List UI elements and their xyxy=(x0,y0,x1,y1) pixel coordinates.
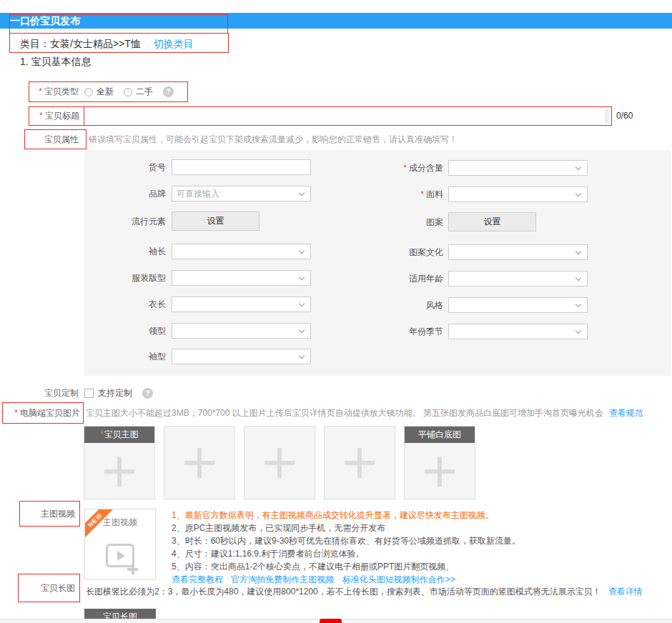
trend-element-set-button[interactable]: 设置 xyxy=(172,211,260,231)
video-tip-1: 1、最新官方数据表明，有主图视频商品成交转化提升显著，建议尽快发布主图视频。 xyxy=(172,509,494,522)
customize-group: 支持定制 ? xyxy=(84,384,153,402)
main-video-upload-box[interactable]: NEW 主图视频 xyxy=(84,509,156,580)
view-details-link[interactable]: 查看详情 xyxy=(608,587,643,597)
brand-select[interactable]: 可直接输入 xyxy=(172,186,311,201)
brand-placeholder: 可直接输入 xyxy=(177,186,219,201)
chevron-down-icon xyxy=(575,275,581,281)
applicable-age-label: 适用年龄 xyxy=(357,271,443,286)
chevron-down-icon xyxy=(299,353,305,359)
collar-type-select[interactable] xyxy=(172,323,311,339)
chevron-down-icon xyxy=(575,164,581,170)
fabric-label: *面料 xyxy=(357,186,443,202)
pattern-label: 图案 xyxy=(357,213,443,232)
pc-images-tip: 宝贝主图大小不能超过3MB；700*700 以上图片上传后宝贝详情页自动提供放大… xyxy=(86,402,643,424)
input-scrollbar xyxy=(606,109,610,124)
chevron-down-icon xyxy=(575,301,581,307)
customize-checkbox[interactable] xyxy=(84,389,94,398)
category-row: 类目：女装/女士精品>>T恤 切换类目 xyxy=(20,36,194,51)
radio-used[interactable] xyxy=(124,88,132,96)
video-tip-5: 5、内容：突出商品1-2个核心卖点，不建议电子相册或PPT图片翻页视频、 xyxy=(172,560,454,573)
plus-icon xyxy=(184,448,214,478)
video-tip-2: 2、原PC主图视频发布，已实现同步手机，无需分开发布 xyxy=(172,522,385,534)
item-title-input[interactable] xyxy=(84,106,612,126)
pattern-culture-select[interactable] xyxy=(448,244,588,260)
item-type-radio-group: 全新 二手 ? xyxy=(84,81,174,102)
year-season-select[interactable] xyxy=(448,324,588,339)
sleeve-length-label: 袖长 xyxy=(84,244,166,259)
white-bg-box-header: 平铺白底图 xyxy=(405,427,475,443)
main-video-label: 主图视频 xyxy=(19,501,80,527)
sleeve-type-select[interactable] xyxy=(172,349,311,364)
switch-category-link[interactable]: 切换类目 xyxy=(154,38,194,49)
item-number-input[interactable] xyxy=(172,159,311,175)
collar-type-label: 领型 xyxy=(84,323,166,339)
section-title: 宝贝基本信息 xyxy=(31,56,92,67)
chevron-down-icon xyxy=(299,190,305,196)
brand-label: 品牌 xyxy=(84,186,166,201)
upload-box-4[interactable] xyxy=(324,426,395,499)
composition-select[interactable] xyxy=(448,160,588,176)
required-mark: * xyxy=(39,86,42,96)
sleeve-type-label: 袖型 xyxy=(84,349,166,364)
plus-icon xyxy=(265,448,295,478)
upload-box-white-bg[interactable]: 平铺白底图 xyxy=(404,426,475,499)
sleeve-length-select[interactable] xyxy=(172,244,311,259)
long-image-label: 宝贝长图 xyxy=(18,574,80,602)
style-label: 风格 xyxy=(357,297,443,313)
attrs-warning-text: 错误填写宝贝属性，可能会引起宝贝下架或搜索流量减少，影响您的正常销售，请认真准确… xyxy=(89,129,458,149)
pc-images-label: *电脑端宝贝图片 xyxy=(2,402,84,424)
item-title-label: *宝贝标题 xyxy=(29,106,84,126)
product-publish-page: 一口价宝贝发布 类目：女装/女士精品>>T恤 切换类目 1. 宝贝基本信息 *宝… xyxy=(0,0,672,623)
video-tip-4: 4、尺寸：建议1:1,16:9,利于消费者前台浏览体验。 xyxy=(172,547,364,560)
attributes-panel: 货号 品牌 可直接输入 流行元素 设置 袖长 服装版型 衣长 领型 袖型 *成分… xyxy=(84,150,671,376)
category-label: 类目： xyxy=(20,38,50,49)
view-spec-link[interactable]: 查看规范 xyxy=(609,408,643,418)
chevron-down-icon xyxy=(299,274,305,280)
category-path: 女装/女士精品>>T恤 xyxy=(50,38,141,49)
title-char-counter: 0/60 xyxy=(616,106,633,126)
composition-label: *成分含量 xyxy=(357,160,443,176)
item-type-help-icon[interactable]: ? xyxy=(163,86,174,97)
applicable-age-select[interactable] xyxy=(448,271,588,286)
garment-length-select[interactable] xyxy=(172,296,311,312)
radio-new-label: 全新 xyxy=(97,86,114,98)
plus-icon xyxy=(345,448,375,478)
clothing-cut-select[interactable] xyxy=(172,270,311,286)
chevron-down-icon xyxy=(575,249,581,254)
pattern-set-button[interactable]: 设置 xyxy=(448,212,536,231)
clothing-cut-label: 服装版型 xyxy=(84,270,166,286)
customize-checkbox-label: 支持定制 xyxy=(98,387,132,399)
plus-icon xyxy=(425,457,455,487)
upload-box-2[interactable] xyxy=(164,426,235,499)
chevron-down-icon xyxy=(299,301,305,306)
video-tip-3: 3、时长：60秒以内，建议9-30秒可优先在猜你喜欢、有好货等公域频道抓取，获取… xyxy=(172,534,520,547)
chevron-down-icon xyxy=(575,328,581,334)
garment-length-label: 衣长 xyxy=(84,296,166,312)
radio-used-label: 二手 xyxy=(136,86,153,98)
pattern-culture-label: 图案文化 xyxy=(357,244,443,260)
upload-box-3[interactable] xyxy=(244,426,315,499)
item-number-label: 货号 xyxy=(84,159,166,175)
radio-new[interactable] xyxy=(84,88,93,96)
bottom-red-marker xyxy=(320,619,342,623)
required-mark: * xyxy=(39,111,43,121)
main-image-box-header: *宝贝主图 xyxy=(84,427,154,443)
customize-help-icon[interactable]: ? xyxy=(142,388,153,399)
plus-icon xyxy=(104,457,134,487)
attrs-label: 宝贝属性 xyxy=(24,129,87,149)
video-box-title: 主图视频 xyxy=(85,517,155,529)
item-type-label: *宝贝类型 xyxy=(0,81,79,102)
customize-label: 宝贝定制 xyxy=(0,384,79,402)
long-image-tip: 长图横竖比必须为2：3，最小长度为480，建议使用800*1200，若不上传长图… xyxy=(86,583,643,600)
style-select[interactable] xyxy=(448,297,588,313)
annotation-box-header xyxy=(9,14,228,34)
section-heading: 1. 宝贝基本信息 xyxy=(20,56,92,69)
fabric-select[interactable] xyxy=(448,186,588,202)
chevron-down-icon xyxy=(299,327,305,333)
chevron-down-icon xyxy=(575,191,581,196)
video-plus-icon xyxy=(106,544,134,567)
chevron-down-icon xyxy=(299,248,305,254)
trend-element-label: 流行元素 xyxy=(84,212,166,231)
section-number: 1. xyxy=(20,56,29,67)
upload-box-main-image[interactable]: *宝贝主图 xyxy=(84,426,155,499)
